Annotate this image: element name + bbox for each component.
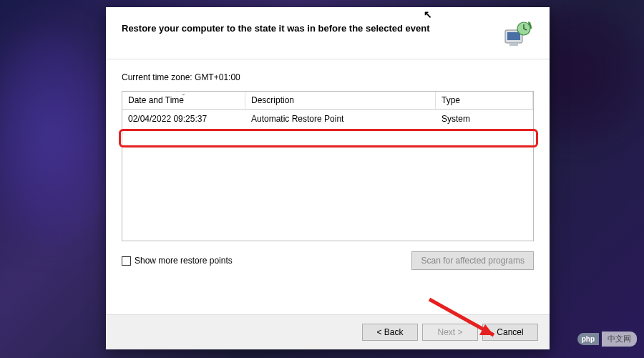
sort-descending-icon: ⌄: [181, 90, 186, 97]
system-restore-dialog: ↖ Restore your computer to the state it …: [106, 7, 550, 349]
system-restore-icon: [502, 20, 534, 49]
column-header-type[interactable]: Type: [436, 92, 533, 109]
checkbox-icon: [122, 256, 131, 266]
scan-affected-button: Scan for affected programs: [411, 251, 534, 270]
dialog-header: Restore your computer to the state it wa…: [106, 7, 550, 59]
column-header-description-label: Description: [251, 95, 294, 105]
svg-rect-1: [507, 32, 520, 40]
cancel-button[interactable]: Cancel: [482, 324, 538, 341]
back-button[interactable]: < Back: [362, 324, 418, 341]
dialog-title: Restore your computer to the state it wa…: [122, 20, 502, 34]
show-more-checkbox[interactable]: Show more restore points: [122, 256, 233, 266]
column-header-date-label: Date and Time: [128, 95, 184, 105]
cell-type: System: [436, 112, 533, 125]
lower-controls: Show more restore points Scan for affect…: [122, 251, 534, 270]
next-button: Next >: [422, 324, 478, 341]
restore-points-table[interactable]: ⌄ Date and Time Description Type 02/04/2…: [122, 91, 534, 241]
column-header-description[interactable]: Description: [245, 92, 436, 109]
watermark-badge: php: [577, 333, 599, 345]
cell-description: Automatic Restore Point: [245, 112, 436, 125]
svg-rect-2: [509, 43, 518, 46]
watermark: php 中文网: [577, 332, 637, 347]
cell-date: 02/04/2022 09:25:37: [122, 112, 245, 125]
watermark-text: 中文网: [602, 332, 637, 347]
dialog-footer: < Back Next > Cancel: [106, 314, 550, 349]
table-row[interactable]: 02/04/2022 09:25:37 Automatic Restore Po…: [122, 110, 533, 128]
table-body: 02/04/2022 09:25:37 Automatic Restore Po…: [122, 110, 533, 241]
show-more-label: Show more restore points: [135, 256, 233, 266]
dialog-body: Current time zone: GMT+01:00 ⌄ Date and …: [106, 59, 550, 314]
table-header-row: ⌄ Date and Time Description Type: [122, 92, 533, 110]
timezone-label: Current time zone: GMT+01:00: [122, 72, 534, 82]
column-header-type-label: Type: [441, 95, 460, 105]
column-header-date[interactable]: ⌄ Date and Time: [122, 92, 245, 109]
